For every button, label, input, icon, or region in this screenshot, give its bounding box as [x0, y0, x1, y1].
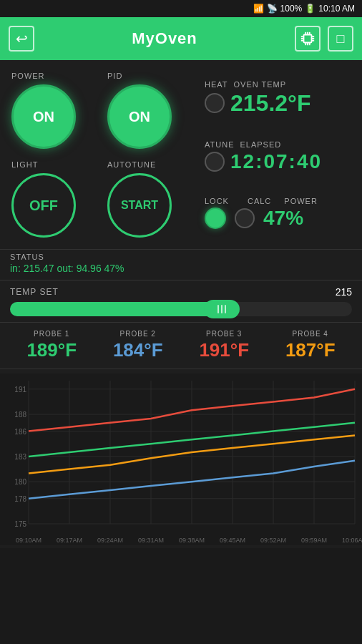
chip-button[interactable]: [295, 26, 321, 52]
thumb-line-2: [221, 305, 222, 313]
power-cell: POWER ON: [7, 67, 100, 153]
elapsed-value: 12:07:40: [230, 150, 322, 173]
probe-2-cell: PROBE 2 184°F: [97, 330, 180, 361]
lock-calc-row: LOCK CALC POWER 47%: [205, 197, 349, 230]
light-cell: LIGHT OFF: [7, 156, 100, 242]
controls-section: POWER ON PID ON HEAT OVEN TEMP 215.2°F A…: [0, 60, 362, 249]
status-label: STATUS: [10, 253, 352, 261]
atune-label: ATUNE: [205, 140, 234, 149]
probe-2-label: PROBE 2: [97, 330, 180, 338]
temp-set-value: 215: [336, 286, 352, 298]
autotune-cell: AUTOTUNE START: [103, 156, 196, 242]
autotune-label: AUTOTUNE: [107, 160, 192, 169]
svg-rect-0: [304, 35, 312, 43]
probe-3-value: 191°F: [182, 339, 266, 361]
power-label: POWER: [11, 72, 96, 80]
battery-icon: 🔋: [305, 4, 315, 14]
back-icon: ↩: [16, 30, 28, 47]
calc-radio[interactable]: [235, 208, 255, 228]
probe-2-value: 184°F: [97, 339, 180, 361]
square-icon: □: [337, 31, 345, 47]
slider-thumb[interactable]: [204, 300, 240, 318]
oven-temp-value: 215.2°F: [230, 90, 310, 117]
slider-thumb-lines: [217, 305, 226, 313]
right-column: HEAT OVEN TEMP 215.2°F ATUNE ELAPSED 12:…: [199, 67, 355, 242]
lock-toggle[interactable]: [205, 208, 226, 229]
autotune-button[interactable]: START: [107, 173, 172, 238]
status-value: in: 215.47 out: 94.96 47%: [10, 263, 352, 274]
calc-label: CALC: [248, 197, 271, 205]
battery-text: 100%: [280, 4, 303, 14]
status-icons: 📶 📡 100% 🔋 10:10 AM: [253, 4, 355, 14]
temp-slider-track[interactable]: [10, 302, 352, 316]
square-button[interactable]: □: [328, 26, 353, 52]
thumb-line-1: [217, 305, 219, 313]
header-left: ↩: [9, 26, 34, 52]
probe-4-value: 187°F: [269, 339, 353, 361]
wifi-icon: 📶: [253, 4, 264, 14]
light-label: LIGHT: [11, 160, 96, 169]
time-text: 10:10 AM: [318, 4, 355, 14]
probe-3-cell: PROBE 3 191°F: [182, 330, 266, 361]
heat-radio[interactable]: [205, 93, 225, 113]
signal-icon: 📡: [267, 4, 278, 14]
probe-1-value: 189°F: [10, 339, 94, 361]
status-row: STATUS in: 215.47 out: 94.96 47%: [0, 249, 362, 280]
slider-fill: [10, 302, 222, 316]
power-pct-label: POWER: [284, 197, 318, 205]
elapsed-label: ELAPSED: [240, 140, 281, 149]
heat-label: HEAT: [205, 80, 228, 89]
temp-set-header: TEMP SET 215: [10, 286, 352, 298]
chart-section: [0, 369, 362, 548]
probe-1-cell: PROBE 1 189°F: [10, 330, 94, 361]
header: ↩ MyOven □: [0, 17, 362, 60]
app-title: MyOven: [132, 29, 197, 48]
atune-row: ATUNE ELAPSED 12:07:40: [205, 140, 349, 173]
atune-radio[interactable]: [205, 152, 225, 172]
temp-set-label: TEMP SET: [10, 287, 59, 297]
light-button[interactable]: OFF: [11, 173, 76, 238]
temperature-chart: [0, 374, 362, 545]
chip-icon: [300, 31, 315, 47]
power-pct-value: 47%: [263, 207, 303, 230]
probe-4-cell: PROBE 4 187°F: [269, 330, 353, 361]
back-button[interactable]: ↩: [9, 26, 34, 52]
header-right: □: [295, 26, 353, 52]
status-bar: 📶 📡 100% 🔋 10:10 AM: [0, 0, 362, 17]
probe-1-label: PROBE 1: [10, 330, 94, 338]
pid-cell: PID ON: [103, 67, 196, 153]
pid-label: PID: [107, 72, 192, 80]
probe-4-label: PROBE 4: [269, 330, 353, 338]
thumb-line-3: [225, 305, 226, 313]
probe-3-label: PROBE 3: [182, 330, 266, 338]
lock-label: LOCK: [205, 197, 229, 205]
power-button[interactable]: ON: [11, 84, 76, 149]
probes-section: PROBE 1 189°F PROBE 2 184°F PROBE 3 191°…: [0, 322, 362, 369]
heat-row: HEAT OVEN TEMP 215.2°F: [205, 80, 349, 117]
pid-button[interactable]: ON: [107, 84, 172, 149]
temp-set-section: TEMP SET 215: [0, 280, 362, 322]
oven-temp-label: OVEN TEMP: [234, 80, 287, 89]
